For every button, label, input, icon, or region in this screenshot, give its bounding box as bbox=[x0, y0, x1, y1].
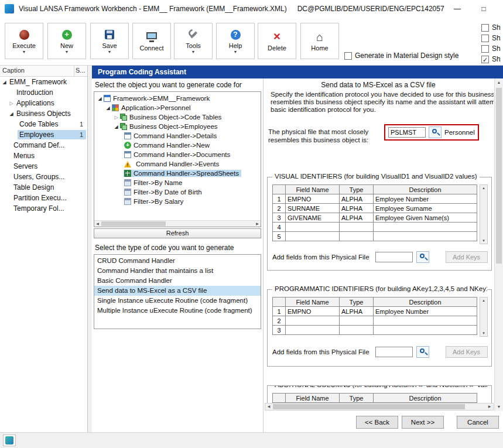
close-button[interactable]: ✕ bbox=[497, 0, 503, 18]
execute-dropdown-caret-icon[interactable]: ▼ bbox=[22, 50, 26, 54]
table-row[interactable]: 3 bbox=[273, 326, 477, 335]
caption-column-header[interactable]: Caption bbox=[0, 66, 74, 76]
tree-item-users-groups[interactable]: Users, Groups... bbox=[0, 172, 87, 182]
refresh-button[interactable]: Refresh bbox=[94, 228, 261, 238]
tree-item-temporary-folder[interactable]: Temporary Fol... bbox=[0, 203, 87, 214]
scroll-up-icon[interactable]: ▲ bbox=[495, 78, 503, 87]
scroll-up-icon[interactable]: ▲ bbox=[480, 297, 487, 303]
new-dropdown-caret-icon[interactable]: ▼ bbox=[65, 50, 69, 54]
show-checkbox-3-box[interactable] bbox=[481, 45, 489, 53]
physical-file-search-button[interactable] bbox=[429, 126, 442, 138]
cancel-button[interactable]: Cancel bbox=[457, 416, 499, 429]
tree-item-employees[interactable]: Employees 1 bbox=[0, 129, 87, 140]
code-type-single-uexecute[interactable]: Single Instance uExecute Routine (code f… bbox=[94, 296, 261, 306]
tree-item-filter-by-name[interactable]: Filter->By Name bbox=[94, 178, 261, 187]
physical-file-input[interactable] bbox=[388, 127, 426, 138]
scrollbar-thumb[interactable] bbox=[101, 221, 166, 226]
tree-item-filter-by-salary[interactable]: Filter->By Salary bbox=[94, 197, 261, 206]
scroll-down-icon[interactable]: ▼ bbox=[495, 403, 503, 411]
show-checkbox-1[interactable]: Sh bbox=[481, 23, 501, 32]
tree-item-ch-documents[interactable]: Command Handler->Documents bbox=[94, 150, 261, 159]
save-dropdown-caret-icon[interactable]: ▼ bbox=[108, 50, 112, 54]
tools-dropdown-caret-icon[interactable]: ▼ bbox=[191, 50, 196, 54]
material-design-checkbox[interactable]: Generate in Material Design style bbox=[344, 52, 458, 60]
tree-item-ch-spreadsheets[interactable]: Command Handler->SpreadSheets bbox=[94, 169, 261, 178]
expander-open-icon[interactable] bbox=[113, 124, 119, 130]
tree-item-ch-new[interactable]: Command Handler->New bbox=[94, 141, 261, 150]
table-row[interactable]: 2 SURNAME ALPHA Employee Surname bbox=[273, 204, 477, 213]
code-type-crud[interactable]: CRUD Command Handler bbox=[94, 256, 261, 266]
back-button[interactable]: << Back bbox=[356, 416, 398, 429]
tree-item-applications[interactable]: Applications bbox=[0, 98, 87, 108]
expander-open-icon[interactable] bbox=[97, 95, 103, 102]
tree-item-application-personnel[interactable]: Application->Personnel bbox=[94, 103, 261, 112]
tree-item-code-tables[interactable]: Code Tables 1 bbox=[0, 119, 87, 129]
expander-open-icon[interactable] bbox=[105, 105, 111, 111]
code-type-basic[interactable]: Basic Command Handler bbox=[94, 276, 261, 286]
tree-item-menus[interactable]: Menus bbox=[0, 151, 87, 161]
tree-item-partition-execution[interactable]: Partition Execu... bbox=[0, 193, 87, 203]
show-checkbox-2[interactable]: Sh bbox=[481, 34, 501, 42]
scroll-down-icon[interactable]: ▼ bbox=[480, 238, 487, 244]
tree-item-framework[interactable]: Framework->EMM__Framework bbox=[94, 94, 261, 103]
code-type-csv[interactable]: Send data to MS-Excel as a CSV file bbox=[94, 286, 261, 296]
tree-item-bo-code-tables[interactable]: Business Object->Code Tables bbox=[94, 112, 261, 122]
add-keys-button[interactable]: Add Keys bbox=[446, 251, 488, 263]
status-column-header[interactable]: S... bbox=[74, 66, 87, 76]
tools-button[interactable]: Tools ▼ bbox=[174, 23, 213, 59]
scroll-down-icon[interactable]: ▼ bbox=[480, 330, 487, 336]
tree-item-emm-framework[interactable]: EMM_ Framework bbox=[0, 77, 87, 87]
add-fields-input[interactable] bbox=[375, 347, 413, 357]
show-checkbox-4-box[interactable] bbox=[481, 56, 489, 63]
scrollbar-thumb[interactable] bbox=[496, 88, 502, 264]
tree-item-ch-events[interactable]: Command Handler->Events bbox=[94, 159, 261, 169]
add-fields-search-button[interactable] bbox=[416, 346, 429, 358]
tree-item-table-design[interactable]: Table Design bbox=[0, 182, 87, 193]
add-fields-search-button[interactable] bbox=[416, 251, 429, 263]
execute-button[interactable]: Execute ▼ bbox=[5, 23, 43, 59]
tree-item-business-objects[interactable]: Business Objects bbox=[0, 108, 87, 119]
home-button[interactable]: Home bbox=[300, 23, 339, 59]
tree-item-command-definitions[interactable]: Command Def... bbox=[0, 140, 87, 151]
show-checkbox-2-box[interactable] bbox=[481, 35, 489, 42]
minimize-button[interactable]: — bbox=[444, 0, 471, 18]
table-row[interactable]: 5 bbox=[273, 232, 477, 241]
code-type-multiple-uexecute[interactable]: Multiple Instance uExecute Routine (code… bbox=[94, 306, 261, 316]
new-button[interactable]: New ▼ bbox=[47, 23, 86, 59]
detail-vertical-scrollbar[interactable]: ▲ ▼ bbox=[494, 78, 503, 411]
show-checkbox-3[interactable]: Sh bbox=[481, 45, 501, 53]
delete-button[interactable]: Delete bbox=[258, 23, 296, 59]
object-tree-horizontal-scrollbar[interactable]: ◀ ▶ bbox=[94, 220, 261, 227]
show-checkbox-4[interactable]: Sh bbox=[481, 55, 501, 63]
scroll-up-icon[interactable]: ▲ bbox=[480, 185, 487, 191]
table-vertical-scrollbar[interactable]: ▲ ▼ bbox=[480, 297, 488, 337]
table-vertical-scrollbar[interactable]: ▲ ▼ bbox=[480, 184, 488, 244]
help-button[interactable]: Help ▼ bbox=[216, 23, 255, 59]
scroll-right-icon[interactable]: ▶ bbox=[486, 403, 493, 410]
maximize-button[interactable]: □ bbox=[471, 0, 497, 18]
table-row[interactable]: 3 GIVENAME ALPHA Employee Given Name(s) bbox=[273, 213, 477, 223]
show-checkbox-1-box[interactable] bbox=[481, 24, 489, 32]
next-button[interactable]: Next >> bbox=[402, 416, 444, 429]
scrollbar-thumb[interactable] bbox=[273, 404, 465, 409]
tree-item-introduction[interactable]: Introduction bbox=[0, 87, 87, 98]
table-row[interactable]: 2 bbox=[273, 316, 477, 326]
tree-item-servers[interactable]: Servers bbox=[0, 161, 87, 172]
connect-button[interactable]: Connect bbox=[132, 23, 171, 59]
scroll-right-icon[interactable]: ▶ bbox=[254, 221, 261, 227]
tree-item-filter-by-dob[interactable]: Filter->By Date of Birth bbox=[94, 187, 261, 197]
add-keys-button[interactable]: Add Keys bbox=[446, 346, 488, 358]
save-button[interactable]: Save ▼ bbox=[90, 23, 129, 59]
expander-open-icon[interactable] bbox=[1, 79, 8, 86]
scroll-left-icon[interactable]: ◀ bbox=[265, 403, 272, 410]
detail-horizontal-scrollbar[interactable]: ◀ ▶ bbox=[265, 403, 494, 411]
scroll-left-icon[interactable]: ◀ bbox=[94, 221, 101, 227]
add-fields-input[interactable] bbox=[375, 252, 413, 262]
code-type-list-handler[interactable]: Command Handler that maintains a list bbox=[94, 266, 261, 276]
tree-item-bo-employees[interactable]: Business Object->Employees bbox=[94, 122, 261, 131]
help-dropdown-caret-icon[interactable]: ▼ bbox=[234, 50, 238, 54]
table-row[interactable]: 1 EMPNO ALPHA Employee Number bbox=[273, 194, 477, 204]
material-design-checkbox-box[interactable] bbox=[344, 52, 352, 60]
table-row[interactable]: 4 bbox=[273, 223, 477, 232]
expander-open-icon[interactable] bbox=[8, 111, 15, 117]
